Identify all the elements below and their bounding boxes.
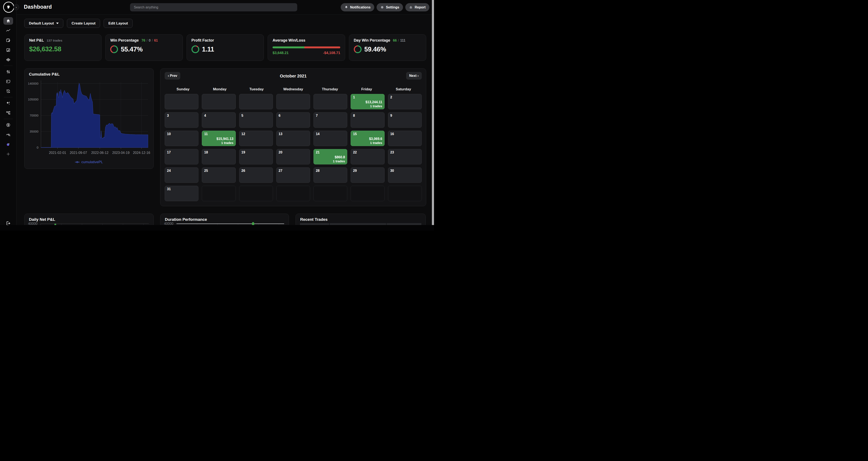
calendar-day-cell[interactable]: 2 bbox=[388, 94, 422, 109]
calendar-day-cell[interactable]: 23 bbox=[388, 149, 422, 164]
sidebar-collapse-button[interactable]: › bbox=[13, 4, 19, 10]
layout-selector-dropdown[interactable]: Default Layout bbox=[24, 19, 63, 28]
stat-card-average-win-loss: Average Win/Loss $3,648.21 -$4,108.71 bbox=[268, 34, 345, 61]
calendar-day-cell[interactable]: 8 bbox=[351, 112, 384, 128]
calendar-day-cell[interactable]: 21$860.81 trades bbox=[313, 149, 347, 164]
calendar-day-cell[interactable]: 13 bbox=[276, 131, 310, 146]
sidebar bbox=[0, 0, 17, 230]
calendar-day-cell[interactable]: 9 bbox=[388, 112, 422, 128]
sidebar-item-mentor-app[interactable] bbox=[3, 141, 13, 148]
sidebar-item-billing[interactable] bbox=[3, 121, 13, 129]
app-logo[interactable] bbox=[3, 2, 14, 13]
profit-factor-donut bbox=[191, 45, 199, 53]
calendar-empty-cell bbox=[388, 186, 422, 201]
sidebar-item-ai-insights[interactable] bbox=[3, 99, 13, 107]
calendar-day-cell[interactable]: 3 bbox=[165, 112, 198, 128]
sidebar-item-home[interactable] bbox=[3, 17, 13, 25]
calendar-day-cell[interactable]: 31 bbox=[165, 186, 198, 201]
calendar-day-pnl: $3,069.61 trades bbox=[369, 137, 382, 145]
settings-label: Settings bbox=[386, 5, 399, 9]
calendar-day-cell[interactable]: 25 bbox=[202, 167, 236, 183]
calendar-day-cell[interactable]: 22 bbox=[351, 149, 384, 164]
sidebar-item-trade-filters[interactable] bbox=[3, 68, 13, 75]
winning-days-count: 66 bbox=[393, 39, 397, 42]
sidebar-item-market-insights[interactable] bbox=[3, 131, 13, 139]
calendar-day-cell[interactable]: 17 bbox=[165, 149, 198, 164]
calendar-day-cell[interactable]: 6 bbox=[276, 112, 310, 128]
svg-text:0: 0 bbox=[37, 146, 38, 149]
fraction-separator: / bbox=[152, 39, 153, 42]
sidebar-nav bbox=[0, 16, 16, 159]
report-button[interactable]: Report bbox=[405, 3, 429, 11]
recent-trades-title: Recent Trades bbox=[300, 217, 328, 222]
day-trades-count: 1 trades bbox=[216, 141, 233, 145]
sliders-icon bbox=[6, 69, 10, 74]
calendar-day-cell[interactable]: 28 bbox=[313, 167, 347, 183]
calendar-day-number: 4 bbox=[204, 114, 206, 118]
page-scrollbar[interactable] bbox=[432, 0, 434, 225]
stat-title: Average Win/Loss bbox=[273, 38, 305, 43]
calendar-day-cell[interactable]: 7 bbox=[313, 112, 347, 128]
replay-check-icon bbox=[6, 89, 10, 93]
calendar-day-number: 20 bbox=[279, 151, 282, 154]
sidebar-item-analytics[interactable] bbox=[3, 27, 13, 34]
calendar-day-cell[interactable]: 11$15,941.131 trades bbox=[202, 131, 236, 146]
flow-nodes-icon bbox=[6, 111, 10, 115]
win-loss-fraction: 76 / 0 / 61 bbox=[142, 39, 158, 42]
calendar-day-cell[interactable]: 27 bbox=[276, 167, 310, 183]
calendar-day-number: 9 bbox=[390, 114, 392, 118]
sidebar-item-playbook[interactable] bbox=[3, 78, 13, 85]
calendar-day-number: 13 bbox=[279, 132, 282, 136]
calendar-day-pnl: $15,941.131 trades bbox=[216, 137, 233, 145]
notifications-button[interactable]: Notifications bbox=[341, 3, 374, 11]
profit-factor-value: 1.11 bbox=[202, 45, 214, 53]
calendar-day-cell[interactable]: 20 bbox=[276, 149, 310, 164]
calendar-day-cell[interactable]: 14 bbox=[313, 131, 347, 146]
calendar-day-cell[interactable]: 5 bbox=[239, 112, 273, 128]
calendar-day-cell[interactable]: 24 bbox=[165, 167, 198, 183]
calendar-day-header: Thursday bbox=[312, 87, 348, 91]
calendar-day-header: Sunday bbox=[165, 87, 202, 91]
calendar-day-cell[interactable]: 1$13,244.111 trades bbox=[351, 94, 384, 109]
settings-button[interactable]: Settings bbox=[377, 3, 403, 11]
gear-icon bbox=[380, 5, 384, 9]
donut-hole bbox=[111, 47, 117, 52]
calendar-next-button[interactable]: Next › bbox=[406, 72, 422, 80]
stat-trades-count: 137 trades bbox=[46, 39, 62, 42]
sidebar-item-trade-replay[interactable] bbox=[3, 87, 13, 95]
losses-count: 61 bbox=[154, 39, 158, 42]
svg-text:70000: 70000 bbox=[30, 114, 38, 117]
calendar-day-cell[interactable]: 18 bbox=[202, 149, 236, 164]
calendar-day-cell[interactable]: 29 bbox=[351, 167, 384, 183]
breakeven-count: 0 bbox=[149, 39, 151, 42]
layout-toolbar: Default Layout Create Layout Edit Layout bbox=[24, 19, 132, 28]
day-pnl-value: $13,244.11 bbox=[366, 100, 382, 104]
calendar-day-cell[interactable]: 16 bbox=[388, 131, 422, 146]
day-pnl-value: $3,069.6 bbox=[369, 137, 382, 141]
calendar-day-cell[interactable]: 15$3,069.61 trades bbox=[351, 131, 384, 146]
create-layout-button[interactable]: Create Layout bbox=[67, 19, 100, 28]
calendar-day-cell[interactable]: 12 bbox=[239, 131, 273, 146]
chart-legend[interactable]: cumulativePL bbox=[25, 160, 153, 164]
calendar-day-number: 31 bbox=[167, 187, 171, 191]
edit-layout-button[interactable]: Edit Layout bbox=[104, 19, 132, 28]
calendar-day-cell[interactable]: 10 bbox=[165, 131, 198, 146]
sidebar-item-daily-journal[interactable] bbox=[3, 36, 13, 44]
bell-icon bbox=[344, 5, 348, 9]
sidebar-item-reports[interactable] bbox=[3, 56, 13, 64]
calendar-day-cell[interactable]: 4 bbox=[202, 112, 236, 128]
clipboard-pencil-icon bbox=[6, 48, 10, 52]
sidebar-item-strategy-flow[interactable] bbox=[3, 109, 13, 117]
calendar-day-header: Friday bbox=[348, 87, 385, 91]
calendar-day-number: 28 bbox=[316, 169, 319, 173]
calendar-day-number: 10 bbox=[167, 132, 171, 136]
calendar-empty-cell bbox=[276, 186, 310, 201]
dollar-circle-icon bbox=[6, 123, 10, 127]
sidebar-item-add-new[interactable] bbox=[3, 150, 13, 158]
calendar-day-cell[interactable]: 26 bbox=[239, 167, 273, 183]
search-input[interactable] bbox=[130, 3, 297, 11]
day-win-percentage-value: 59.46% bbox=[364, 45, 386, 53]
calendar-day-cell[interactable]: 30 bbox=[388, 167, 422, 183]
sidebar-item-notebook[interactable] bbox=[3, 46, 13, 54]
calendar-day-cell[interactable]: 19 bbox=[239, 149, 273, 164]
